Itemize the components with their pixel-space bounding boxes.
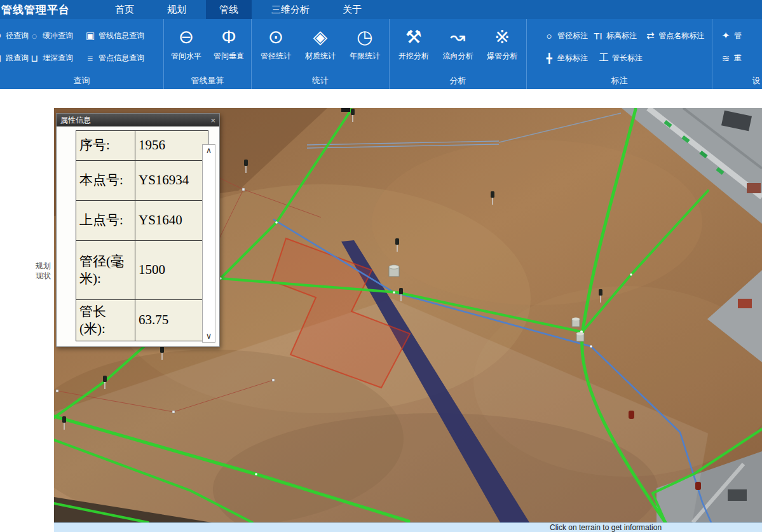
property-panel-titlebar[interactable]: 属性信息 ×	[57, 114, 219, 126]
ribbon-group-label-analysis: 分析	[390, 75, 526, 89]
ribbon-item-depth-query[interactable]: ⊔ 埋深查询	[29, 53, 85, 64]
scroll-down-icon[interactable]: ∨	[206, 331, 212, 342]
point-info-query-icon: ≡	[85, 53, 96, 64]
ribbon-item-label: 管点名称标注	[658, 31, 704, 41]
ribbon-group-label-stats: 统计	[252, 75, 389, 89]
table-row: 管径(毫米): 1500	[76, 241, 208, 300]
ribbon-group-label-annotation: 标注	[527, 75, 712, 89]
ribbon-item-flow-analysis[interactable]: ↝ 流向分析	[438, 19, 479, 75]
layer-tree: 规划 现状	[0, 261, 51, 281]
prop-label: 序号:	[76, 131, 135, 161]
property-panel-body: 序号: 1956 本点号: YS16934 上点号: YS1640 管径(毫米)…	[57, 126, 219, 350]
table-row: 序号: 1956	[76, 131, 208, 161]
ribbon-item-horizontal-distance[interactable]: ⊖ 管间水平	[166, 19, 207, 75]
prop-value: 1956	[135, 131, 208, 161]
ribbon-item-pipeline-info-query[interactable]: ▣ 管线信息查询	[85, 30, 160, 41]
length-label-icon: 工	[598, 52, 609, 64]
ribbon-item-label: 管点信息查询	[99, 53, 144, 64]
ribbon-item-diameter-query[interactable]: ⊘ 径查询	[0, 30, 29, 41]
property-panel-title: 属性信息	[60, 115, 91, 126]
nav-item-planning[interactable]: 规划	[154, 0, 200, 19]
flow-analysis-icon: ↝	[450, 23, 465, 51]
ribbon-item-point-name-label[interactable]: ⇄ 管点名称标注	[644, 30, 712, 41]
panel-scrollbar[interactable]: ∧ ∨	[202, 144, 215, 343]
prop-value: 1500	[135, 241, 208, 300]
ribbon-group-stats: ⊙ 管径统计 ◈ 材质统计 ◷ 年限统计 统计	[252, 19, 390, 89]
nav-item-about[interactable]: 关于	[329, 0, 375, 19]
ribbon-item-coordinate-label[interactable]: ╋ 坐标标注	[543, 53, 598, 64]
ribbon-item-label: 管间水平	[171, 51, 201, 62]
prop-label: 管径(毫米):	[76, 241, 135, 300]
table-row: 本点号: YS16934	[76, 161, 208, 201]
prop-label: 管长(米):	[76, 300, 135, 341]
depth-query-icon: ⊔	[29, 53, 40, 64]
diameter-stats-icon: ⊙	[268, 23, 283, 51]
status-hint: Click on terrain to get information	[550, 523, 662, 532]
ribbon-item-length-label[interactable]: 工 管长标注	[598, 52, 657, 64]
app-title: 管线管理平台	[0, 3, 102, 17]
material-stats-icon: ◈	[313, 23, 327, 51]
ribbon-group-analysis: ⚒ 开挖分析 ↝ 流向分析 ※ 爆管分析 分析	[390, 19, 527, 89]
pipe-settings-icon: ✦	[720, 30, 731, 41]
prop-value: 63.75	[135, 300, 208, 341]
ribbon-item-label: 年限统计	[350, 51, 380, 62]
ribbon-item-label: 爆管分析	[487, 51, 517, 62]
age-stats-icon: ◷	[357, 23, 372, 51]
ribbon-item-reset[interactable]: ≋ 重	[720, 53, 742, 64]
ribbon-item-diameter-label[interactable]: ○ 管径标注	[543, 31, 592, 41]
ribbon-item-label: 管径统计	[261, 51, 291, 62]
ribbon-item-label: 管	[734, 31, 742, 41]
ribbon-item-vertical-distance[interactable]: Φ 管间垂直	[208, 19, 249, 75]
diameter-query-icon: ⊘	[0, 30, 3, 41]
ribbon-item-label: 坐标标注	[557, 53, 588, 64]
ribbon-item-label: 管径标注	[557, 31, 588, 41]
ribbon-item-burst-analysis[interactable]: ※ 爆管分析	[482, 19, 522, 75]
ribbon-item-label: 管长标注	[612, 53, 643, 64]
ribbon-item-label: 流向分析	[443, 51, 473, 62]
ribbon-item-track-query[interactable]: ⊡ 跟查询	[0, 53, 29, 64]
nav-item-home[interactable]: 首页	[102, 0, 147, 19]
excavation-analysis-icon: ⚒	[405, 23, 422, 51]
ribbon-toolbar: ⊘ 径查询 ◌ 缓冲查询 ▣ 管线信息查询 ⊡ 跟查询 ⊔	[0, 19, 762, 89]
ribbon-item-diameter-stats[interactable]: ⊙ 管径统计	[255, 19, 296, 75]
ribbon-item-label: 跟查询	[6, 53, 29, 64]
ribbon-item-label: 径查询	[6, 31, 29, 41]
nav-item-3d-analysis[interactable]: 三维分析	[258, 0, 323, 19]
layer-item-planning[interactable]: 规划	[0, 261, 51, 271]
ribbon-group-label-measure: 管线量算	[164, 75, 251, 89]
ribbon-group-annotation: ○ 管径标注 TI 标高标注 ⇄ 管点名称标注 ╋ 坐标标注 工	[527, 19, 712, 89]
ribbon-item-buffer-query[interactable]: ◌ 缓冲查询	[29, 31, 85, 41]
nav-item-pipeline[interactable]: 管线	[206, 0, 252, 19]
ribbon-item-label: 管线信息查询	[99, 31, 144, 41]
vertical-distance-icon: Φ	[221, 23, 236, 51]
table-row: 管长(米): 63.75	[76, 300, 208, 341]
layer-item-current[interactable]: 现状	[0, 271, 51, 281]
ribbon-item-age-stats[interactable]: ◷ 年限统计	[344, 19, 385, 75]
property-panel: 属性信息 × 序号: 1956 本点号: YS16934 上点号: YS1640…	[56, 113, 220, 347]
prop-label: 本点号:	[76, 161, 135, 201]
ribbon-group-label-settings: 设	[712, 75, 762, 89]
ribbon-item-label: 开挖分析	[398, 51, 429, 62]
coordinate-label-icon: ╋	[543, 53, 555, 64]
ribbon-item-label: 缓冲查询	[43, 31, 73, 41]
ribbon-item-material-stats[interactable]: ◈ 材质统计	[300, 19, 341, 75]
track-query-icon: ⊡	[0, 53, 3, 64]
ribbon-item-label: 管间垂直	[214, 51, 244, 62]
ribbon-item-label: 标高标注	[606, 31, 637, 41]
scroll-up-icon[interactable]: ∧	[206, 145, 212, 156]
horizontal-distance-icon: ⊖	[179, 23, 194, 51]
ribbon-group-settings: ✦ 管 ≋ 重 设	[712, 19, 762, 89]
prop-value: YS16934	[135, 161, 208, 201]
top-nav: 管线管理平台 首页 规划 管线 三维分析 关于	[0, 0, 762, 19]
ribbon-item-excavation-analysis[interactable]: ⚒ 开挖分析	[393, 19, 434, 75]
ribbon-item-elevation-label[interactable]: TI 标高标注	[592, 31, 644, 41]
ribbon-item-point-info-query[interactable]: ≡ 管点信息查询	[85, 53, 160, 64]
elevation-label-icon: TI	[592, 31, 604, 41]
status-bar: Click on terrain to get information	[54, 522, 762, 532]
close-icon[interactable]: ×	[210, 116, 215, 125]
ribbon-group-query: ⊘ 径查询 ◌ 缓冲查询 ▣ 管线信息查询 ⊡ 跟查询 ⊔	[0, 19, 164, 89]
ribbon-item-pipe-settings[interactable]: ✦ 管	[720, 30, 742, 41]
pipeline-info-query-icon: ▣	[85, 30, 96, 41]
burst-analysis-icon: ※	[494, 23, 510, 51]
prop-label: 上点号:	[76, 201, 135, 241]
